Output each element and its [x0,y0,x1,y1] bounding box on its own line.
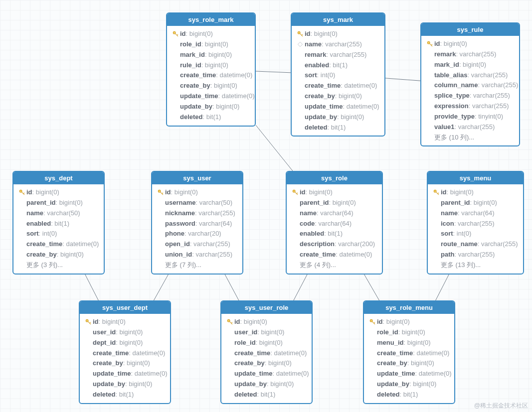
column-type: : bit(1) [329,61,348,70]
column-name: deleted [305,123,328,133]
column-row: create_time: datetime(0) [368,348,450,359]
column-type: : varchar(64) [458,209,495,218]
column-row: create_by: bigint(0) [17,250,100,260]
primary-key-icon [426,40,433,47]
column-type: : varchar(255) [192,250,232,260]
entity-columns: id: bigint(0)username: varchar(50)nickna… [152,184,242,274]
entity-title: sys_dept [13,172,104,184]
column-name: update_by [234,380,267,389]
column-name: remark [434,50,456,59]
entity-sys_user_dept[interactable]: sys_user_deptid: bigint(0)user_id: bigin… [79,300,171,404]
column-type: : varchar(255) [454,123,495,132]
column-type: : bigint(0) [267,380,294,389]
column-type: : bigint(0) [256,338,283,348]
entity-sys_user_role[interactable]: sys_user_roleid: bigint(0)user_id: bigin… [220,300,313,404]
column-name: open_id [165,240,190,249]
column-name: update_time [234,369,273,379]
index-diamond-icon [297,41,304,48]
column-name: id [93,317,99,327]
primary-key-icon [433,189,440,196]
column-name: create_by [377,359,407,368]
column-name: name [26,209,43,218]
column-row: create_time: datetime(0) [84,348,166,359]
column-type: : bit(1) [203,113,221,122]
column-type: : datetime(0) [413,349,449,358]
column-name: id [305,29,311,39]
column-name: value1 [434,123,454,132]
column-name: mark_id [180,50,205,60]
column-row: parent_id: bigint(0) [291,198,378,208]
column-row: sort: int(0) [432,229,519,239]
column-row: update_by: bigint(0) [171,102,251,112]
column-type: : int(0) [453,229,472,239]
column-name: name [305,40,322,49]
column-name: password [165,219,195,229]
entity-title: sys_role [287,172,382,184]
entity-columns: id: bigint(0)remark: varchar(255)mark_id… [421,36,519,145]
column-row: expression: varchar(255) [425,101,515,112]
column-row: update_time: datetime(0) [225,369,308,379]
column-row: create_time: datetime(0) [291,250,378,260]
column-row: splice_type: varchar(255) [425,91,515,101]
column-row: username: varchar(50) [156,198,238,208]
column-type: : bigint(0) [57,250,84,260]
entity-sys_mark[interactable]: sys_markid: bigint(0)name: varchar(255)r… [291,12,385,137]
column-type: : bigint(0) [116,328,143,337]
entity-title: sys_rule [421,23,519,36]
entity-sys_role_mark[interactable]: sys_role_markid: bigint(0)role_id: bigin… [166,12,256,127]
column-name: enabled [300,229,324,239]
column-name: enabled [26,219,51,229]
column-type: : varchar(255) [195,209,235,218]
column-type: : bit(1) [400,390,418,400]
column-row: role_id: bigint(0) [368,327,450,338]
column-type: : varchar(255) [456,50,496,59]
column-type: : bit(1) [324,229,343,239]
entity-sys_menu[interactable]: sys_menuid: bigint(0)parent_id: bigint(0… [427,171,524,275]
column-row: name: varchar(64) [432,208,519,219]
column-name: dept_id [93,338,116,348]
more-columns: 更多 (3 列)... [17,260,100,271]
column-name: id [26,188,32,197]
column-type: : bigint(0) [383,317,410,327]
column-row: table_alias: varchar(255) [425,70,515,81]
column-name: description [300,240,335,249]
column-name: route_name [441,240,478,249]
column-row: menu_id: bigint(0) [368,338,450,348]
column-name: user_id [234,328,257,337]
column-row: phone: varchar(20) [156,229,238,239]
column-type: : tinyint(0) [475,112,503,122]
column-name: name [300,209,317,218]
column-row: user_id: bigint(0) [225,327,308,338]
primary-key-icon [172,30,179,37]
entity-sys_dept[interactable]: sys_deptid: bigint(0)parent_id: bigint(0… [12,171,105,275]
column-type: : bigint(0) [403,338,430,348]
entity-sys_role_menu[interactable]: sys_role_menuid: bigint(0)role_id: bigin… [363,300,455,404]
svg-line-5 [225,275,239,300]
column-row: id: bigint(0) [296,29,380,39]
column-name: create_time [305,81,341,91]
column-name: provide_type [434,112,475,122]
column-type: : int(0) [39,229,57,239]
column-row: id: bigint(0) [291,187,378,198]
column-row: name: varchar(50) [17,208,100,219]
column-type: : bigint(0) [335,92,362,101]
column-row: create_by: bigint(0) [368,358,450,369]
column-type: : bit(1) [328,123,346,133]
column-row: route_name: varchar(255) [432,239,519,250]
entity-columns: id: bigint(0)user_id: bigint(0)dept_id: … [80,314,170,403]
column-name: id [165,188,171,197]
entity-sys_user[interactable]: sys_userid: bigint(0)username: varchar(5… [151,171,243,275]
column-row: parent_id: bigint(0) [432,198,519,208]
entity-sys_role[interactable]: sys_roleid: bigint(0)parent_id: bigint(0… [286,171,383,275]
primary-key-icon [157,189,164,196]
column-type: : varchar(20) [184,229,221,239]
column-name: role_id [180,40,201,49]
column-name: update_by [93,380,125,389]
column-row: deleted: bit(1) [225,390,308,400]
column-name: create_time [377,349,413,358]
column-type: : varchar(255) [478,81,518,90]
entity-sys_rule[interactable]: sys_ruleid: bigint(0)remark: varchar(255… [420,22,520,146]
column-name: update_time [180,92,218,101]
column-type: : bigint(0) [240,317,267,327]
column-type: : bigint(0) [306,188,333,197]
